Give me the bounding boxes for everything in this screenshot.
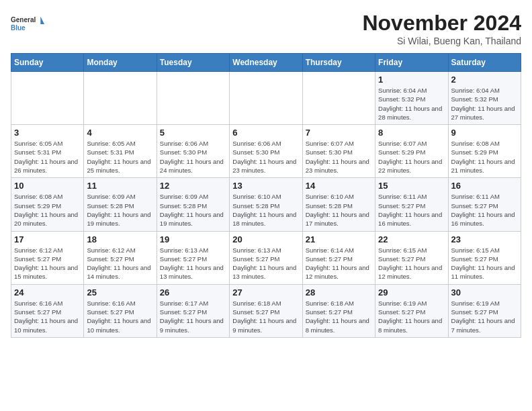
day-info: Sunrise: 6:19 AM Sunset: 5:27 PM Dayligh… [378, 299, 445, 334]
calendar-cell: 10Sunrise: 6:08 AM Sunset: 5:29 PM Dayli… [11, 178, 84, 231]
svg-marker-2 [40, 17, 44, 24]
calendar-cell: 7Sunrise: 6:07 AM Sunset: 5:30 PM Daylig… [302, 125, 375, 178]
day-number: 3 [14, 128, 81, 138]
day-number: 16 [451, 181, 518, 191]
weekday-header-tuesday: Tuesday [157, 54, 229, 72]
day-number: 24 [14, 287, 81, 298]
day-info: Sunrise: 6:07 AM Sunset: 5:29 PM Dayligh… [378, 139, 445, 175]
logo: General Blue [11, 11, 44, 38]
calendar-cell: 18Sunrise: 6:12 AM Sunset: 5:27 PM Dayli… [84, 231, 157, 284]
calendar-cell: 13Sunrise: 6:10 AM Sunset: 5:28 PM Dayli… [230, 178, 302, 231]
calendar-week-4: 17Sunrise: 6:12 AM Sunset: 5:27 PM Dayli… [11, 231, 521, 284]
day-info: Sunrise: 6:19 AM Sunset: 5:27 PM Dayligh… [451, 299, 518, 334]
calendar-cell [302, 72, 375, 125]
day-info: Sunrise: 6:15 AM Sunset: 5:27 PM Dayligh… [378, 246, 445, 281]
calendar-cell: 8Sunrise: 6:07 AM Sunset: 5:29 PM Daylig… [375, 125, 448, 178]
day-number: 5 [160, 128, 226, 138]
day-info: Sunrise: 6:14 AM Sunset: 5:27 PM Dayligh… [306, 246, 372, 281]
day-info: Sunrise: 6:06 AM Sunset: 5:30 PM Dayligh… [160, 139, 226, 175]
day-info: Sunrise: 6:05 AM Sunset: 5:31 PM Dayligh… [14, 139, 81, 175]
day-info: Sunrise: 6:17 AM Sunset: 5:27 PM Dayligh… [160, 299, 226, 334]
day-number: 4 [87, 128, 153, 138]
day-number: 15 [378, 181, 445, 191]
calendar-cell [84, 72, 157, 125]
title-area: November 2024 Si Wilai, Bueng Kan, Thail… [362, 11, 521, 46]
day-number: 23 [451, 234, 518, 244]
day-number: 27 [232, 287, 299, 298]
day-number: 21 [306, 234, 372, 244]
calendar-week-2: 3Sunrise: 6:05 AM Sunset: 5:31 PM Daylig… [11, 125, 521, 178]
day-info: Sunrise: 6:04 AM Sunset: 5:32 PM Dayligh… [378, 86, 445, 122]
calendar-cell: 5Sunrise: 6:06 AM Sunset: 5:30 PM Daylig… [157, 125, 229, 178]
calendar-cell: 23Sunrise: 6:15 AM Sunset: 5:27 PM Dayli… [448, 231, 521, 284]
calendar-cell: 3Sunrise: 6:05 AM Sunset: 5:31 PM Daylig… [11, 125, 84, 178]
day-number: 12 [160, 181, 226, 191]
month-title: November 2024 [362, 11, 521, 36]
calendar-cell: 2Sunrise: 6:04 AM Sunset: 5:32 PM Daylig… [448, 72, 521, 125]
day-info: Sunrise: 6:12 AM Sunset: 5:27 PM Dayligh… [14, 246, 81, 281]
svg-text:Blue: Blue [11, 24, 26, 32]
calendar-cell: 26Sunrise: 6:17 AM Sunset: 5:27 PM Dayli… [157, 284, 229, 337]
day-info: Sunrise: 6:09 AM Sunset: 5:28 PM Dayligh… [160, 192, 226, 228]
calendar-cell: 6Sunrise: 6:06 AM Sunset: 5:30 PM Daylig… [230, 125, 302, 178]
calendar-cell: 22Sunrise: 6:15 AM Sunset: 5:27 PM Dayli… [375, 231, 448, 284]
day-info: Sunrise: 6:18 AM Sunset: 5:27 PM Dayligh… [232, 299, 299, 334]
day-number: 18 [87, 234, 153, 244]
calendar-cell: 25Sunrise: 6:16 AM Sunset: 5:27 PM Dayli… [84, 284, 157, 337]
day-number: 19 [160, 234, 226, 244]
day-info: Sunrise: 6:08 AM Sunset: 5:29 PM Dayligh… [451, 139, 518, 175]
day-info: Sunrise: 6:16 AM Sunset: 5:27 PM Dayligh… [87, 299, 153, 334]
calendar-cell: 19Sunrise: 6:13 AM Sunset: 5:27 PM Dayli… [157, 231, 229, 284]
calendar-cell: 1Sunrise: 6:04 AM Sunset: 5:32 PM Daylig… [375, 72, 448, 125]
calendar-cell: 28Sunrise: 6:18 AM Sunset: 5:27 PM Dayli… [302, 284, 375, 337]
day-number: 1 [378, 75, 445, 85]
day-info: Sunrise: 6:08 AM Sunset: 5:29 PM Dayligh… [14, 192, 81, 228]
day-info: Sunrise: 6:15 AM Sunset: 5:27 PM Dayligh… [451, 246, 518, 281]
day-number: 25 [87, 287, 153, 298]
day-number: 29 [378, 287, 445, 298]
calendar-table: SundayMondayTuesdayWednesdayThursdayFrid… [11, 53, 521, 338]
day-number: 6 [232, 128, 299, 138]
calendar-cell: 24Sunrise: 6:16 AM Sunset: 5:27 PM Dayli… [11, 284, 84, 337]
weekday-header-row: SundayMondayTuesdayWednesdayThursdayFrid… [11, 54, 521, 72]
calendar-cell [11, 72, 84, 125]
calendar-cell: 11Sunrise: 6:09 AM Sunset: 5:28 PM Dayli… [84, 178, 157, 231]
location-title: Si Wilai, Bueng Kan, Thailand [362, 36, 521, 46]
day-info: Sunrise: 6:10 AM Sunset: 5:28 PM Dayligh… [232, 192, 299, 228]
logo-svg: General Blue [11, 11, 44, 38]
calendar-week-5: 24Sunrise: 6:16 AM Sunset: 5:27 PM Dayli… [11, 284, 521, 337]
day-number: 9 [451, 128, 518, 138]
day-number: 7 [306, 128, 372, 138]
day-info: Sunrise: 6:10 AM Sunset: 5:28 PM Dayligh… [306, 192, 372, 228]
day-info: Sunrise: 6:07 AM Sunset: 5:30 PM Dayligh… [306, 139, 372, 175]
weekday-header-sunday: Sunday [11, 54, 84, 72]
calendar-cell: 21Sunrise: 6:14 AM Sunset: 5:27 PM Dayli… [302, 231, 375, 284]
day-info: Sunrise: 6:11 AM Sunset: 5:27 PM Dayligh… [378, 192, 445, 228]
calendar-cell: 20Sunrise: 6:13 AM Sunset: 5:27 PM Dayli… [230, 231, 302, 284]
day-info: Sunrise: 6:06 AM Sunset: 5:30 PM Dayligh… [232, 139, 299, 175]
day-number: 26 [160, 287, 226, 298]
day-number: 17 [14, 234, 81, 244]
day-info: Sunrise: 6:12 AM Sunset: 5:27 PM Dayligh… [87, 246, 153, 281]
day-info: Sunrise: 6:16 AM Sunset: 5:27 PM Dayligh… [14, 299, 81, 334]
day-number: 10 [14, 181, 81, 191]
weekday-header-saturday: Saturday [448, 54, 521, 72]
day-number: 22 [378, 234, 445, 244]
page-header: General Blue November 2024 Si Wilai, Bue… [11, 11, 521, 46]
day-info: Sunrise: 6:13 AM Sunset: 5:27 PM Dayligh… [160, 246, 226, 281]
calendar-cell: 4Sunrise: 6:05 AM Sunset: 5:31 PM Daylig… [84, 125, 157, 178]
calendar-cell: 16Sunrise: 6:11 AM Sunset: 5:27 PM Dayli… [448, 178, 521, 231]
day-info: Sunrise: 6:11 AM Sunset: 5:27 PM Dayligh… [451, 192, 518, 228]
svg-text:General: General [11, 16, 36, 24]
weekday-header-monday: Monday [84, 54, 157, 72]
day-number: 30 [451, 287, 518, 298]
day-number: 28 [306, 287, 372, 298]
day-info: Sunrise: 6:04 AM Sunset: 5:32 PM Dayligh… [451, 86, 518, 122]
day-number: 20 [232, 234, 299, 244]
calendar-cell: 30Sunrise: 6:19 AM Sunset: 5:27 PM Dayli… [448, 284, 521, 337]
day-number: 8 [378, 128, 445, 138]
calendar-cell [157, 72, 229, 125]
calendar-week-1: 1Sunrise: 6:04 AM Sunset: 5:32 PM Daylig… [11, 72, 521, 125]
calendar-cell: 27Sunrise: 6:18 AM Sunset: 5:27 PM Dayli… [230, 284, 302, 337]
calendar-cell: 29Sunrise: 6:19 AM Sunset: 5:27 PM Dayli… [375, 284, 448, 337]
